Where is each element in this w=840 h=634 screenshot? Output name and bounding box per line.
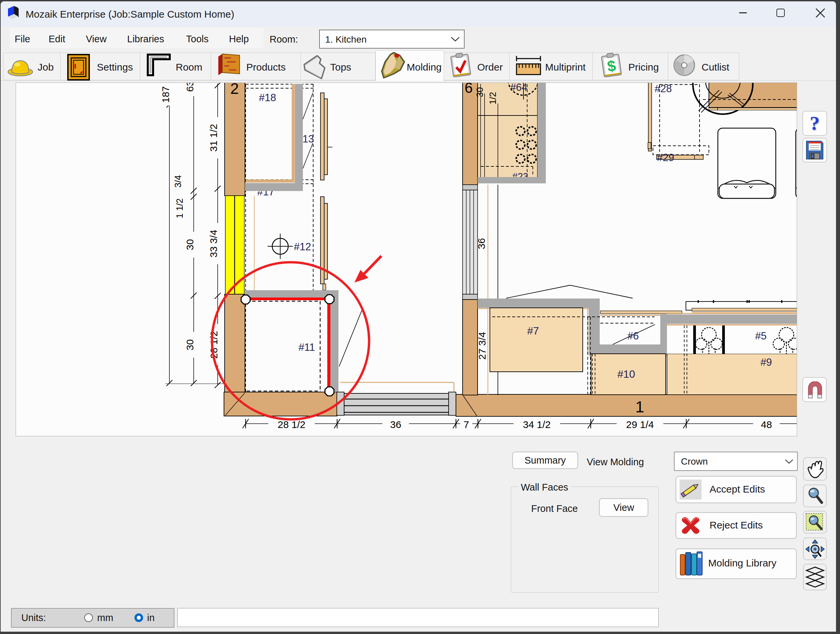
svg-text:1: 1 bbox=[635, 398, 644, 416]
svg-text:#11: #11 bbox=[298, 341, 315, 353]
svg-text:#10: #10 bbox=[617, 368, 635, 380]
svg-text:34 1/2: 34 1/2 bbox=[523, 419, 551, 430]
svg-text:13: 13 bbox=[303, 133, 314, 145]
svg-text:#64: #64 bbox=[510, 83, 527, 93]
svg-text:29 1/4: 29 1/4 bbox=[626, 419, 654, 430]
svg-text:31 1/2: 31 1/2 bbox=[208, 124, 219, 151]
svg-text:#28: #28 bbox=[655, 83, 672, 95]
svg-text:#5: #5 bbox=[755, 330, 766, 342]
svg-text:27 3/4: 27 3/4 bbox=[477, 332, 488, 360]
svg-text:1/2: 1/2 bbox=[488, 92, 498, 104]
svg-text:30: 30 bbox=[475, 87, 485, 97]
svg-text:33 3/4: 33 3/4 bbox=[208, 230, 219, 257]
svg-text:63: 63 bbox=[185, 83, 195, 92]
svg-text:48: 48 bbox=[761, 419, 772, 430]
svg-text:#12: #12 bbox=[294, 241, 311, 252]
svg-text:6: 6 bbox=[464, 83, 472, 96]
svg-text:7: 7 bbox=[464, 419, 469, 430]
svg-text:#9: #9 bbox=[761, 356, 772, 368]
svg-text:#18: #18 bbox=[259, 92, 276, 104]
svg-text:2: 2 bbox=[230, 83, 239, 97]
svg-text:3/4: 3/4 bbox=[173, 175, 183, 188]
svg-text:30: 30 bbox=[185, 339, 195, 350]
svg-text:36: 36 bbox=[390, 419, 401, 430]
svg-text:28 1/2: 28 1/2 bbox=[278, 419, 305, 430]
svg-text:#29: #29 bbox=[657, 152, 674, 163]
svg-text:36: 36 bbox=[476, 238, 487, 249]
svg-text:#6: #6 bbox=[627, 330, 639, 342]
svg-text:1 1/2: 1 1/2 bbox=[175, 198, 185, 218]
svg-text:#7: #7 bbox=[527, 325, 539, 337]
svg-text:30: 30 bbox=[185, 239, 195, 250]
svg-text:187: 187 bbox=[160, 86, 171, 103]
